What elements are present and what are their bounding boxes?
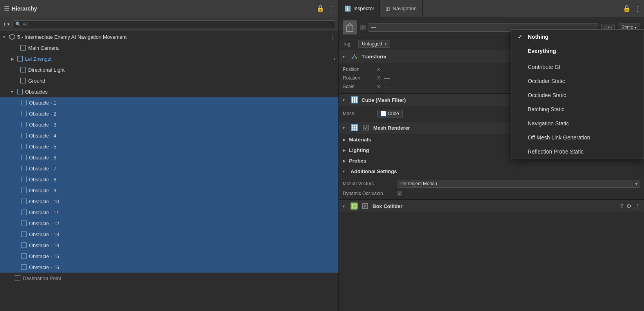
box-collider-help-icon[interactable]: ? (620, 203, 623, 209)
object-active-checkbox[interactable] (360, 25, 365, 30)
o16-label: Obstacle - 16 (29, 264, 59, 270)
tree-item-obstacle-8[interactable]: Obstacle - 8 (0, 174, 338, 185)
svg-rect-0 (347, 26, 353, 31)
dropdown-item-occludee-static[interactable]: Occludee Static (511, 88, 644, 102)
tag-select[interactable]: Untagged ▾ (358, 40, 390, 48)
tab-more-icon[interactable]: ⋮ (634, 4, 641, 13)
hierarchy-header-icons: 🔒 ⋮ (317, 4, 335, 13)
tree-item-obstacle-11[interactable]: Obstacle - 11 (0, 207, 338, 218)
tree-item-main-camera[interactable]: Main Camera (0, 42, 338, 53)
inspector-panel: ℹ️ Inspector ⊞ Navigation 🔒 ⋮ (16) (339, 0, 644, 311)
tree-item-obstacle-16[interactable]: Obstacle - 16 (0, 262, 338, 273)
search-icon: 🔍 (15, 22, 21, 27)
rotation-x-dash: — (384, 75, 390, 81)
dropdown-item-occluder-static[interactable]: Occluder Static (511, 74, 644, 88)
contribute-gi-label: Contribute GI (528, 64, 560, 70)
box-collider-checkbox[interactable] (362, 203, 368, 209)
scene-more[interactable]: ⋮ (329, 33, 335, 41)
position-x-label: X (377, 67, 383, 72)
tree-item-destination[interactable]: Destination Point (0, 273, 338, 284)
ground-cube-icon (20, 77, 27, 84)
box-collider-settings-icon[interactable]: ⚙ (626, 203, 631, 209)
mesh-label: Mesh (343, 111, 374, 116)
mesh-renderer-checkbox[interactable] (363, 125, 369, 130)
tree-item-directional-light[interactable]: Directional Light (0, 64, 338, 75)
transform-icon (351, 52, 358, 60)
o9-label: Obstacle - 9 (29, 188, 56, 193)
dropdown-item-everything[interactable]: Everything (511, 44, 644, 58)
inspector-tabs: ℹ️ Inspector ⊞ Navigation 🔒 ⋮ (339, 0, 644, 17)
scale-x-dash: — (384, 83, 390, 90)
tree-item-obstacle-3[interactable]: Obstacle - 3 (0, 119, 338, 130)
scene-root[interactable]: ▾ 5 - Intermediate Enemy AI Navigation M… (0, 31, 338, 42)
o1-label: Obstacle - 1 (29, 100, 56, 106)
tree-item-ground[interactable]: Ground (0, 75, 338, 86)
tree-item-obstacle-12[interactable]: Obstacle - 12 (0, 218, 338, 229)
tree-item-obstacle-5[interactable]: Obstacle - 5 (0, 141, 338, 152)
box-collider-icon (351, 203, 358, 210)
dropdown-item-navigation-static[interactable]: Navigation Static (511, 116, 644, 130)
dropdown-item-reflection-probe[interactable]: Reflection Probe Static (511, 145, 644, 159)
dropdown-item-off-mesh-link[interactable]: Off Mesh Link Generation (511, 130, 644, 145)
search-input[interactable] (23, 22, 333, 27)
object-icon (343, 20, 357, 34)
hierarchy-header: ☰ Hierarchy 🔒 ⋮ (0, 0, 338, 17)
tree-item-obstacle-2[interactable]: Obstacle - 2 (0, 108, 338, 119)
dropdown-item-nothing[interactable]: ✓ Nothing (511, 30, 644, 44)
transform-collapse-arrow: ▾ (343, 54, 347, 59)
mesh-renderer-icon-container (351, 124, 358, 132)
more-icon[interactable]: ⋮ (327, 4, 335, 13)
tag-dropdown-arrow: ▾ (385, 42, 387, 46)
motion-vectors-value: Per Object Motion (399, 181, 437, 186)
svg-rect-7 (352, 204, 356, 208)
o1-icon (20, 99, 27, 106)
hierarchy-toolbar: + ▾ 🔍 (0, 17, 338, 31)
tab-inspector[interactable]: ℹ️ Inspector (339, 0, 380, 17)
plus-icon: + (3, 21, 6, 27)
lei-arrow: ▶ (11, 57, 16, 61)
occluder-static-label: Occluder Static (528, 78, 565, 84)
tab-navigation[interactable]: ⊞ Navigation (380, 0, 422, 17)
motion-vectors-select[interactable]: Per Object Motion ▾ (397, 180, 640, 188)
static-dropdown-arrow: ▾ (635, 25, 637, 30)
tree-item-obstacle-7[interactable]: Obstacle - 7 (0, 163, 338, 174)
additional-settings-header[interactable]: ▾ Additional Settings (339, 166, 644, 177)
dropdown-item-contribute-gi[interactable]: Contribute GI (511, 60, 644, 74)
tree-item-obstacle-15[interactable]: Obstacle - 15 (0, 251, 338, 262)
lock-icon[interactable]: 🔒 (317, 5, 324, 12)
obstacles-cube-icon (16, 88, 23, 95)
tag-label: Tag (343, 41, 354, 47)
tab-lock-icon[interactable]: 🔒 (623, 5, 631, 12)
navigation-tab-icon: ⊞ (385, 5, 390, 12)
add-dropdown-arrow: ▾ (7, 22, 9, 26)
probes-arrow: ▶ (343, 159, 349, 163)
mesh-value[interactable]: Cube (377, 110, 403, 118)
box-collider-title: Box Collider (372, 203, 617, 209)
add-button[interactable]: + ▾ (3, 21, 9, 27)
o15-label: Obstacle - 15 (29, 253, 59, 259)
additional-arrow: ▾ (343, 169, 347, 174)
tree-item-obstacle-14[interactable]: Obstacle - 14 (0, 240, 338, 251)
rotation-label: Rotation (343, 75, 374, 81)
mesh-renderer-arrow: ▾ (343, 126, 347, 130)
hierarchy-menu-icon[interactable]: ☰ (4, 5, 9, 12)
dropdown-item-batching-static[interactable]: Batching Static (511, 102, 644, 116)
obstacles-arrow: ▾ (11, 90, 16, 94)
o14-icon (20, 242, 27, 249)
scale-x-label: X (377, 84, 383, 89)
motion-vectors-label: Motion Vectors (343, 181, 394, 186)
tree-item-lei-zhengzi[interactable]: ▶ Lei Zhengzi › (0, 53, 338, 64)
tree-item-obstacle-13[interactable]: Obstacle - 13 (0, 229, 338, 240)
tree-item-obstacle-6[interactable]: Obstacle - 6 (0, 152, 338, 163)
tag-select-container[interactable]: Untagged ▾ (358, 40, 390, 48)
tag-value: Untagged (362, 41, 382, 47)
tree-item-obstacle-4[interactable]: Obstacle - 4 (0, 130, 338, 141)
search-box[interactable]: 🔍 (13, 20, 335, 28)
o8-icon (20, 176, 27, 183)
box-collider-more-icon[interactable]: ⋮ (635, 203, 640, 209)
tree-item-obstacle-9[interactable]: Obstacle - 9 (0, 185, 338, 196)
tree-item-obstacles[interactable]: ▾ Obstacles (0, 86, 338, 97)
dynamic-occlusion-checkbox[interactable] (397, 191, 402, 196)
tree-item-obstacle-1[interactable]: Obstacle - 1 (0, 97, 338, 108)
tree-item-obstacle-10[interactable]: Obstacle - 10 (0, 196, 338, 207)
